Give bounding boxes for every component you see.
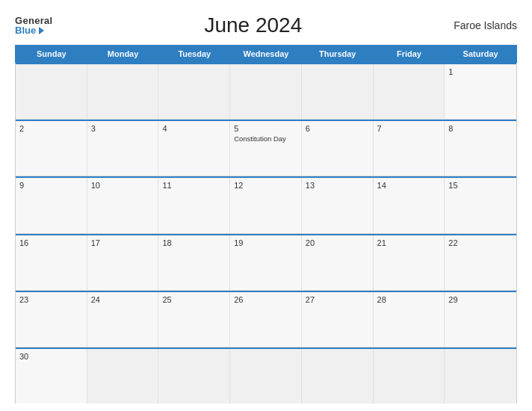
day-number: 29 [448,295,513,304]
day-number: 3 [91,124,155,133]
logo-blue-text: Blue [15,25,36,35]
holiday-name: Constitution Day [234,135,297,143]
day-cell-w4-d6: 21 [374,235,445,290]
day-number: 6 [306,124,369,133]
logo-triangle-icon [39,27,44,34]
day-cell-w6-d5 [302,349,374,404]
day-cell-w3-d6: 14 [374,178,445,232]
day-cell-w1-d2 [87,64,159,119]
day-cell-w5-d4: 26 [230,292,302,347]
calendar-header: General Blue June 2024 Faroe Islands [15,13,517,37]
day-number: 25 [162,295,226,304]
calendar-page: General Blue June 2024 Faroe Islands Sun… [0,0,532,411]
day-number: 13 [306,181,369,190]
day-cell-w2-d2: 3 [87,121,159,176]
day-number: 10 [91,181,155,190]
day-cell-w1-d4 [230,64,302,119]
day-number: 5 [234,124,297,133]
day-number: 14 [377,181,441,190]
header-tuesday: Tuesday [158,46,230,62]
weeks-container: 12345Constitution Day6789101112131415161… [15,63,517,404]
day-headers: Sunday Monday Tuesday Wednesday Thursday… [15,45,517,63]
day-number: 16 [19,238,83,247]
header-wednesday: Wednesday [230,46,302,62]
calendar-grid: Sunday Monday Tuesday Wednesday Thursday… [15,45,517,404]
day-number: 1 [448,67,513,76]
day-cell-w6-d1: 30 [16,349,87,404]
day-cell-w5-d3: 25 [158,292,230,347]
day-cell-w3-d5: 13 [302,178,374,232]
day-cell-w5-d1: 23 [16,292,87,347]
day-cell-w2-d6: 7 [374,121,445,176]
header-friday: Friday [374,46,445,62]
day-cell-w1-d5 [302,64,374,119]
header-sunday: Sunday [16,46,87,62]
day-cell-w5-d2: 24 [87,292,159,347]
day-number: 4 [162,124,226,133]
calendar-title: June 2024 [204,13,302,37]
week-row-6: 30 [16,347,516,404]
day-cell-w2-d4: 5Constitution Day [230,121,302,176]
day-number: 15 [448,181,513,190]
day-cell-w2-d7: 8 [445,121,516,176]
day-cell-w1-d3 [158,64,230,119]
day-cell-w2-d3: 4 [158,121,230,176]
day-cell-w3-d1: 9 [16,178,87,232]
day-number: 21 [377,238,441,247]
day-number: 7 [377,124,441,133]
day-cell-w6-d6 [374,349,445,404]
day-cell-w6-d2 [87,349,159,404]
day-cell-w2-d1: 2 [16,121,87,176]
day-cell-w3-d3: 11 [158,178,230,232]
day-number: 28 [377,295,441,304]
day-cell-w3-d4: 12 [230,178,302,232]
day-number: 23 [19,295,83,304]
week-row-5: 23242526272829 [16,291,516,347]
day-cell-w5-d7: 29 [445,292,516,347]
logo: General Blue [15,16,53,35]
week-row-2: 2345Constitution Day678 [16,120,516,176]
day-cell-w4-d2: 17 [87,235,159,290]
day-number: 2 [19,124,83,133]
day-number: 12 [234,181,297,190]
region-label: Faroe Islands [454,19,517,31]
day-cell-w3-d7: 15 [445,178,516,232]
day-number: 18 [162,238,226,247]
day-cell-w6-d3 [158,349,230,404]
week-row-4: 16171819202122 [16,234,516,291]
day-number: 11 [162,181,226,190]
logo-blue-row: Blue [15,25,44,35]
day-number: 17 [91,238,155,247]
day-cell-w5-d6: 28 [374,292,445,347]
day-cell-w6-d4 [230,349,302,404]
header-thursday: Thursday [302,46,374,62]
day-number: 8 [448,124,513,133]
day-number: 27 [306,295,369,304]
day-cell-w2-d5: 6 [302,121,374,176]
day-cell-w4-d3: 18 [158,235,230,290]
day-cell-w6-d7 [445,349,516,404]
day-cell-w4-d4: 19 [230,235,302,290]
header-saturday: Saturday [445,46,516,62]
day-number: 26 [234,295,297,304]
day-number: 9 [19,181,83,190]
day-cell-w1-d7: 1 [445,64,516,119]
day-cell-w4-d5: 20 [302,235,374,290]
day-number: 30 [19,352,83,361]
week-row-3: 9101112131415 [16,176,516,233]
day-number: 19 [234,238,297,247]
week-row-1: 1 [16,63,516,120]
day-number: 22 [448,238,513,247]
header-monday: Monday [87,46,159,62]
day-cell-w3-d2: 10 [87,178,159,232]
day-number: 20 [306,238,369,247]
day-cell-w1-d1 [16,64,87,119]
day-number: 24 [91,295,155,304]
day-cell-w4-d7: 22 [445,235,516,290]
day-cell-w1-d6 [374,64,445,119]
day-cell-w4-d1: 16 [16,235,87,290]
day-cell-w5-d5: 27 [302,292,374,347]
